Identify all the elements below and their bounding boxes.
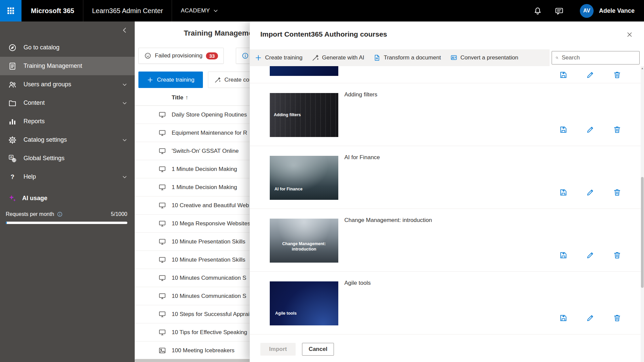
search-input[interactable] (562, 54, 636, 61)
toolbar-convert-presentation-button[interactable]: Convert a presentation (450, 54, 518, 61)
course-title: AI for Finance (344, 154, 380, 161)
monitor-icon (158, 256, 166, 264)
course-row-partial[interactable] (250, 66, 641, 83)
toolbar-transform-document-button[interactable]: Transform a document (373, 54, 441, 61)
course-thumbnail[interactable]: AI for Finance (270, 156, 338, 200)
monitor-icon (158, 201, 166, 210)
sidebar-item-help[interactable]: Help (0, 168, 135, 186)
ai-sparkle-icon (8, 194, 17, 203)
cancel-button[interactable]: Cancel (302, 343, 334, 356)
close-button[interactable] (624, 29, 635, 40)
monitor-icon (158, 220, 166, 228)
training-title: 10 Tips for Effective Speaking (172, 329, 247, 336)
notifications-button[interactable] (533, 6, 543, 16)
delete-button[interactable] (613, 188, 621, 197)
learn365-admin-app: Microsoft 365 Learn365 Admin Center ACAD… (0, 0, 644, 362)
sidebar-item-users-and-groups[interactable]: Users and groups (0, 75, 135, 94)
toolbar-item-label: Create training (265, 54, 303, 61)
ai-usage-progress-bar (6, 222, 127, 224)
monitor-icon (158, 274, 166, 282)
course-thumbnail-partial[interactable] (270, 66, 338, 76)
plus-icon (255, 54, 262, 61)
app-launcher-button[interactable] (0, 0, 22, 21)
training-title: 10 Steps for Successful Apprai (172, 311, 250, 318)
topbar-divider (83, 0, 83, 21)
monitor-icon (158, 292, 166, 300)
save-import-icon (559, 314, 568, 322)
user-name: Adele Vance (599, 7, 635, 14)
edit-button[interactable] (586, 314, 595, 322)
info-icon[interactable] (57, 211, 63, 217)
sidebar-item-label: Catalog settings (24, 136, 67, 143)
sidebar-item-catalog-settings[interactable]: Catalog settings (0, 131, 135, 149)
sidebar-item-reports[interactable]: Reports (0, 112, 135, 131)
sidebar-item-label: Help (24, 173, 36, 180)
delete-button[interactable] (613, 71, 621, 79)
bell-icon (533, 6, 542, 15)
failed-provisioning-badge[interactable]: Failed provisioning 33 (138, 48, 224, 64)
save-import-button[interactable] (559, 314, 568, 322)
edit-button[interactable] (586, 188, 595, 197)
training-title: 'Switch-On' GSSAT Online (172, 148, 239, 154)
gear-icon (8, 136, 17, 144)
thumbnail-caption: Adding filters (274, 112, 301, 118)
sort-ascending-icon: ↑ (185, 94, 188, 101)
import-button[interactable]: Import (260, 343, 296, 356)
toolbar-item-label: Transform a document (384, 54, 441, 61)
edit-button[interactable] (586, 251, 595, 260)
sidebar-collapse-button[interactable] (120, 26, 129, 35)
save-import-icon (559, 251, 568, 260)
scrollbar-up-arrow[interactable]: ▲ (641, 67, 644, 70)
save-import-icon (559, 71, 568, 79)
tenant-selector[interactable]: ACADEMY (181, 7, 218, 14)
save-import-button[interactable] (559, 251, 568, 260)
sidebar-item-go-to-catalog[interactable]: Go to catalog (0, 38, 135, 57)
monitor-icon (158, 129, 166, 137)
failed-provisioning-count: 33 (206, 52, 218, 59)
edit-button[interactable] (586, 125, 595, 134)
search-icon (555, 54, 559, 61)
training-title: Equipment Maintenance for R (172, 130, 247, 136)
course-row[interactable]: Change Management: introduction Change M… (250, 209, 641, 272)
toolbar-create-training-button[interactable]: Create training (255, 54, 303, 61)
create-training-button[interactable]: Create training (138, 72, 203, 88)
training-title: 10 Minutes Communication S (172, 293, 246, 300)
edit-button[interactable] (586, 71, 595, 79)
dialog-scrollbar-thumb[interactable] (641, 177, 644, 288)
delete-button[interactable] (613, 251, 621, 260)
training-title: 1 Minute Decision Making (172, 166, 237, 173)
wand-icon (312, 54, 319, 61)
save-import-button[interactable] (559, 125, 568, 134)
sad-face-icon (144, 52, 152, 59)
course-row[interactable]: AI for Finance AI for Finance (250, 146, 641, 209)
chevron-down-icon (122, 100, 127, 106)
save-import-button[interactable] (559, 188, 568, 197)
toolbar-generate-with-ai-button[interactable]: Generate with AI (312, 54, 364, 61)
ai-usage-progress-fill (6, 222, 7, 224)
feedback-button[interactable] (554, 6, 564, 16)
course-row[interactable]: Agile tools Agile tools (250, 272, 641, 334)
edit-pencil-icon (586, 188, 595, 197)
chat-icon (555, 6, 564, 15)
delete-trash-icon (613, 188, 621, 197)
dialog-scrollbar[interactable]: ▲ (641, 66, 644, 362)
sidebar-item-label: Go to catalog (24, 44, 59, 51)
course-thumbnail[interactable]: Agile tools (270, 281, 338, 325)
catalog-compass-icon (8, 43, 17, 52)
sidebar-item-training-management[interactable]: Training Management (0, 57, 135, 75)
chevron-down-icon (122, 137, 127, 143)
course-list: Adding filters Adding filters AI for Fin… (250, 66, 641, 337)
sidebar-item-global-settings[interactable]: Global Settings (0, 149, 135, 168)
monitor-icon (158, 147, 166, 155)
account-menu[interactable]: AV Adele Vance (580, 4, 635, 18)
save-import-button[interactable] (559, 71, 568, 79)
course-thumbnail[interactable]: Adding filters (270, 93, 338, 137)
delete-button[interactable] (613, 125, 621, 134)
sidebar-item-content[interactable]: Content (0, 94, 135, 112)
course-thumbnail[interactable]: Change Management: introduction (270, 219, 338, 263)
course-row[interactable]: Adding filters Adding filters (250, 83, 641, 146)
delete-button[interactable] (613, 314, 621, 322)
info-icon (242, 52, 249, 59)
close-icon (626, 31, 633, 38)
delete-trash-icon (613, 71, 621, 79)
